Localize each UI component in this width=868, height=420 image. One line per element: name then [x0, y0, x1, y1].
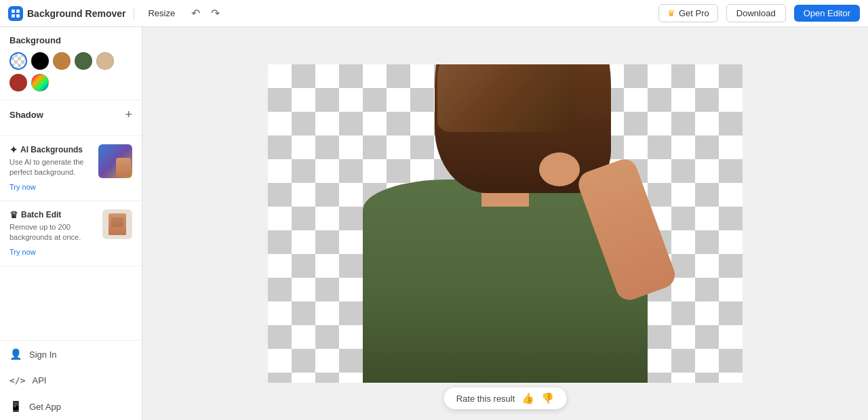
batch-edit-desc: Remove up to 200 backgrounds at once. — [9, 222, 96, 243]
header-divider — [134, 7, 134, 20]
add-shadow-button[interactable]: + — [125, 108, 132, 121]
rate-label: Rate this result — [456, 394, 515, 404]
swatch-black[interactable] — [31, 52, 49, 70]
batch-edit-thumbnail — [102, 209, 132, 239]
ai-sparkle-icon: ✦ — [9, 144, 18, 155]
ai-backgrounds-thumbnail — [98, 144, 132, 178]
swatch-brown[interactable] — [53, 52, 71, 70]
thumbs-up-button[interactable]: 👍 — [521, 392, 534, 404]
main-layout: Background Shadow + ✦ — [0, 27, 868, 420]
canvas-area: Rate this result 👍 👎 — [142, 27, 868, 420]
thumbs-down-button[interactable]: 👎 — [541, 392, 554, 404]
hand — [539, 152, 580, 186]
svg-rect-1 — [16, 9, 20, 13]
crown-small-icon: ♛ — [9, 209, 18, 220]
canvas-container — [268, 64, 743, 383]
svg-rect-3 — [16, 14, 20, 18]
redo-button[interactable]: ↷ — [208, 4, 222, 22]
svg-rect-0 — [12, 9, 15, 13]
sign-in-icon: 👤 — [9, 348, 22, 360]
sidebar-item-sign-in[interactable]: 👤 Sign In — [0, 341, 142, 368]
logo: Background Remover — [8, 6, 125, 21]
app-title: Background Remover — [27, 8, 125, 19]
swatch-tan[interactable] — [96, 52, 114, 70]
swatch-dark-red[interactable] — [9, 74, 27, 91]
swatch-transparent[interactable] — [9, 52, 27, 70]
svg-rect-2 — [12, 14, 15, 18]
swatch-dark-green[interactable] — [75, 52, 92, 70]
ai-backgrounds-title: ✦ AI Backgrounds — [9, 144, 92, 155]
swatch-gradient[interactable] — [31, 74, 49, 91]
batch-edit-promo: ♛ Batch Edit Remove up to 200 background… — [0, 201, 142, 266]
shadow-section: Shadow + — [0, 100, 142, 136]
resize-button[interactable]: Resize — [142, 5, 180, 21]
history-actions: ↶ ↷ — [189, 4, 222, 22]
checkerboard-canvas — [268, 64, 743, 383]
crown-icon: ♛ — [667, 8, 675, 18]
batch-edit-text: ♛ Batch Edit Remove up to 200 background… — [9, 209, 96, 257]
rate-bar: Rate this result 👍 👎 — [444, 387, 567, 409]
phone-icon: 📱 — [9, 400, 22, 413]
logo-icon — [8, 6, 23, 21]
subject-container — [268, 64, 743, 383]
ai-backgrounds-desc: Use AI to generate the perfect backgroun… — [9, 157, 92, 178]
ai-backgrounds-try-now[interactable]: Try now — [9, 183, 36, 191]
ai-backgrounds-text: ✦ AI Backgrounds Use AI to generate the … — [9, 144, 92, 192]
undo-button[interactable]: ↶ — [189, 4, 203, 22]
shadow-section-title: Shadow + — [9, 108, 132, 121]
background-section: Background — [0, 27, 142, 100]
sidebar-item-get-app[interactable]: 📱 Get App — [0, 393, 142, 420]
ai-backgrounds-promo: ✦ AI Backgrounds Use AI to generate the … — [0, 136, 142, 201]
batch-edit-title: ♛ Batch Edit — [9, 209, 96, 220]
sidebar: Background Shadow + ✦ — [0, 27, 142, 420]
header: Background Remover Resize ↶ ↷ ♛ Get Pro … — [0, 0, 868, 27]
sidebar-bottom-nav: 👤 Sign In </> API 📱 Get App — [0, 340, 142, 420]
sidebar-item-api[interactable]: </> API — [0, 368, 142, 393]
api-icon: </> — [9, 375, 25, 385]
subject-figure — [336, 98, 675, 383]
download-button[interactable]: Download — [726, 4, 786, 22]
hair-top — [437, 64, 573, 132]
background-section-title: Background — [9, 35, 132, 45]
open-editor-button[interactable]: Open Editor — [794, 5, 860, 22]
get-pro-button[interactable]: ♛ Get Pro — [658, 4, 718, 22]
batch-edit-try-now[interactable]: Try now — [9, 248, 36, 256]
color-swatches — [9, 52, 132, 91]
